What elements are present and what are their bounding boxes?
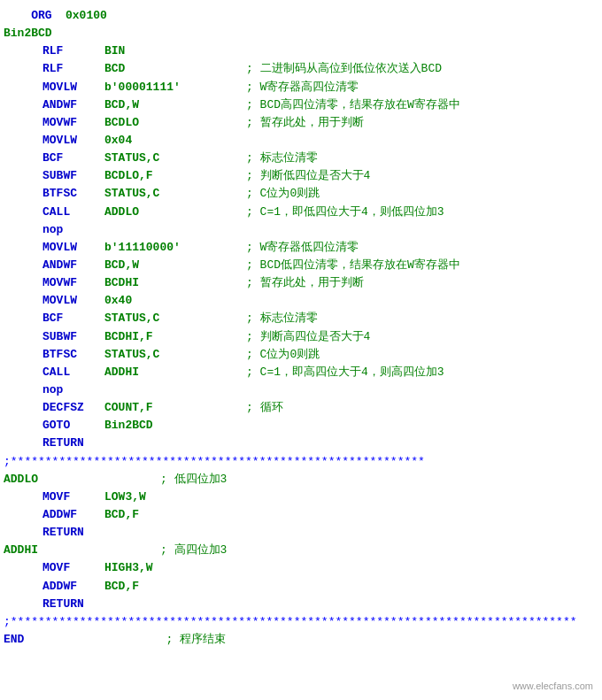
- instr-subwf-2: SUBWF: [42, 328, 104, 346]
- instr-andwf-2: ANDWF: [42, 257, 104, 274]
- comment-subwf-1: ; 判断低四位是否大于4: [246, 167, 370, 185]
- line-label-addlo: ADDLO ; 低四位加3: [4, 471, 598, 488]
- instr-btfsc-1: BTFSC: [42, 185, 104, 203]
- operand-addwf-2: BCD,F: [104, 578, 246, 596]
- instr-movlw-3: MOVLW: [42, 239, 104, 257]
- instr-subwf-1: SUBWF: [42, 167, 104, 185]
- line-subwf-2: SUBWF BCDHI,F ; 判断高四位是否大于4: [4, 328, 598, 346]
- line-end: END ; 程序结束: [4, 631, 598, 649]
- comment-addhi: ; 高四位加3: [160, 542, 227, 559]
- comment-end: ; 程序结束: [166, 631, 226, 649]
- comment-addlo: ; 低四位加3: [160, 471, 227, 488]
- comment-call-addlo: ; C=1，即低四位大于4，则低四位加3: [246, 204, 444, 221]
- instr-goto: GOTO: [42, 417, 104, 435]
- line-label-addhi: ADDHI ; 高四位加3: [4, 542, 598, 559]
- line-rlf-bcd: RLF BCD ; 二进制码从高位到低位依次送入BCD: [4, 60, 598, 78]
- instr-return-3: RETURN: [42, 596, 84, 613]
- line-movwf-bcdlo: MOVWF BCDLO ; 暂存此处，用于判断: [4, 114, 598, 132]
- operand-subwf-1: BCDLO,F: [104, 167, 246, 185]
- line-return-3: RETURN: [4, 596, 598, 613]
- comment-movlw-3: ; W寄存器低四位清零: [246, 239, 359, 257]
- line-addwf-2: ADDWF BCD,F: [4, 578, 598, 596]
- line-return-1: RETURN: [4, 435, 598, 452]
- operand-call-addlo: ADDLO: [104, 204, 246, 221]
- comment-btfsc-2: ; C位为0则跳: [246, 346, 320, 364]
- instr-call-addhi: CALL: [42, 364, 104, 381]
- operand-movwf-bcdhi: BCDHI: [104, 274, 246, 292]
- instr-nop-2: nop: [42, 381, 63, 399]
- instr-call-addlo: CALL: [42, 204, 104, 221]
- line-movf-1: MOVF LOW3,W: [4, 488, 598, 506]
- instr-bcf-2: BCF: [42, 310, 104, 327]
- instr-movf-2: MOVF: [42, 559, 104, 577]
- instr-org: ORG: [4, 7, 66, 25]
- operand-rlf-bcd: BCD: [104, 60, 246, 78]
- comment-bcf-1: ; 标志位清零: [246, 150, 318, 167]
- line-addwf-1: ADDWF BCD,F: [4, 506, 598, 524]
- operand-movf-2: HIGH3,W: [104, 559, 246, 577]
- operand-movf-1: LOW3,W: [104, 488, 246, 506]
- operand-addwf-1: BCD,F: [104, 506, 246, 524]
- comment-call-addhi: ; C=1，即高四位大于4，则高四位加3: [246, 364, 444, 381]
- line-call-addhi: CALL ADDHI ; C=1，即高四位大于4，则高四位加3: [4, 364, 598, 381]
- line-call-addlo: CALL ADDLO ; C=1，即低四位大于4，则低四位加3: [4, 204, 598, 221]
- watermark: www.elecfans.com: [513, 681, 593, 691]
- instr-andwf-1: ANDWF: [42, 96, 104, 114]
- line-movwf-bcdhi: MOVWF BCDHI ; 暂存此处，用于判断: [4, 274, 598, 292]
- instr-movlw-2: MOVLW: [42, 132, 104, 150]
- instr-btfsc-2: BTFSC: [42, 346, 104, 364]
- line-nop-2: nop: [4, 381, 598, 399]
- comment-bcf-2: ; 标志位清零: [246, 310, 318, 327]
- line-decfsz: DECFSZ COUNT,F ; 循环: [4, 399, 598, 417]
- line-subwf-1: SUBWF BCDLO,F ; 判断低四位是否大于4: [4, 167, 598, 185]
- operand-andwf-2: BCD,W: [104, 257, 246, 274]
- line-bcf-1: BCF STATUS,C ; 标志位清零: [4, 150, 598, 167]
- line-label-bin2bcd: Bin2BCD: [4, 25, 598, 42]
- operand-rlf-bin: BIN: [104, 42, 246, 60]
- label-addlo: ADDLO: [4, 471, 38, 488]
- line-goto: GOTO Bin2BCD: [4, 417, 598, 435]
- code-container: ORG 0x0100 Bin2BCD RLF BIN RLF BCD ; 二进制…: [0, 0, 602, 700]
- operand-btfsc-2: STATUS,C: [104, 346, 246, 364]
- operand-subwf-2: BCDHI,F: [104, 328, 246, 346]
- instr-return-2: RETURN: [42, 524, 84, 542]
- operand-andwf-1: BCD,W: [104, 96, 246, 114]
- instr-bcf-1: BCF: [42, 150, 104, 167]
- comment-subwf-2: ; 判断高四位是否大于4: [246, 328, 370, 346]
- line-nop-1: nop: [4, 221, 598, 239]
- instr-addwf-2: ADDWF: [42, 578, 104, 596]
- label-addhi: ADDHI: [4, 542, 38, 559]
- label-bin2bcd: Bin2BCD: [4, 25, 52, 42]
- line-andwf-1: ANDWF BCD,W ; BCD高四位清零，结果存放在W寄存器中: [4, 96, 598, 114]
- comment-rlf-bcd: ; 二进制码从高位到低位依次送入BCD: [246, 60, 442, 78]
- line-movlw-2: MOVLW 0x04: [4, 132, 598, 150]
- comment-btfsc-1: ; C位为0则跳: [246, 185, 320, 203]
- comment-decfsz: ; 循环: [246, 399, 283, 417]
- instr-addwf-1: ADDWF: [42, 506, 104, 524]
- line-rlf-bin: RLF BIN: [4, 42, 598, 60]
- instr-movwf-bcdhi: MOVWF: [42, 274, 104, 292]
- comment-movwf-bcdhi: ; 暂存此处，用于判断: [246, 274, 364, 292]
- separator-1: ;***************************************…: [4, 453, 425, 471]
- instr-movlw-4: MOVLW: [42, 292, 104, 310]
- comment-movlw-1: ; W寄存器高四位清零: [246, 79, 359, 96]
- instr-decfsz: DECFSZ: [42, 399, 104, 417]
- separator-2b: **********************: [425, 613, 577, 631]
- instr-return-1: RETURN: [42, 435, 84, 452]
- line-separator-1: ;***************************************…: [4, 453, 598, 471]
- line-btfsc-1: BTFSC STATUS,C ; C位为0则跳: [4, 185, 598, 203]
- operand-movlw-4: 0x40: [104, 292, 246, 310]
- line-andwf-2: ANDWF BCD,W ; BCD低四位清零，结果存放在W寄存器中: [4, 257, 598, 274]
- separator-2: ;***************************************…: [4, 613, 425, 631]
- comment-andwf-2: ; BCD低四位清零，结果存放在W寄存器中: [246, 257, 460, 274]
- line-movlw-3: MOVLW b'11110000' ; W寄存器低四位清零: [4, 239, 598, 257]
- line-org: ORG 0x0100: [4, 7, 598, 25]
- instr-rlf-bin: RLF: [42, 42, 104, 60]
- instr-nop-1: nop: [42, 221, 63, 239]
- operand-call-addhi: ADDHI: [104, 364, 246, 381]
- comment-andwf-1: ; BCD高四位清零，结果存放在W寄存器中: [246, 96, 460, 114]
- operand-movwf-bcdlo: BCDLO: [104, 114, 246, 132]
- line-btfsc-2: BTFSC STATUS,C ; C位为0则跳: [4, 346, 598, 364]
- operand-bcf-2: STATUS,C: [104, 310, 246, 327]
- line-separator-2: ;***************************************…: [4, 613, 598, 631]
